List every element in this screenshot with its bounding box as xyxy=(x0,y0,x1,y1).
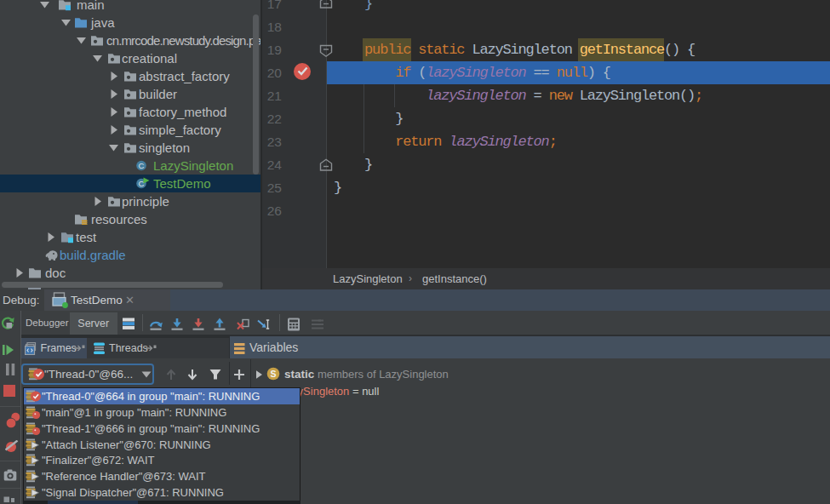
svg-text:S: S xyxy=(270,369,276,379)
svg-text:C: C xyxy=(139,161,145,170)
